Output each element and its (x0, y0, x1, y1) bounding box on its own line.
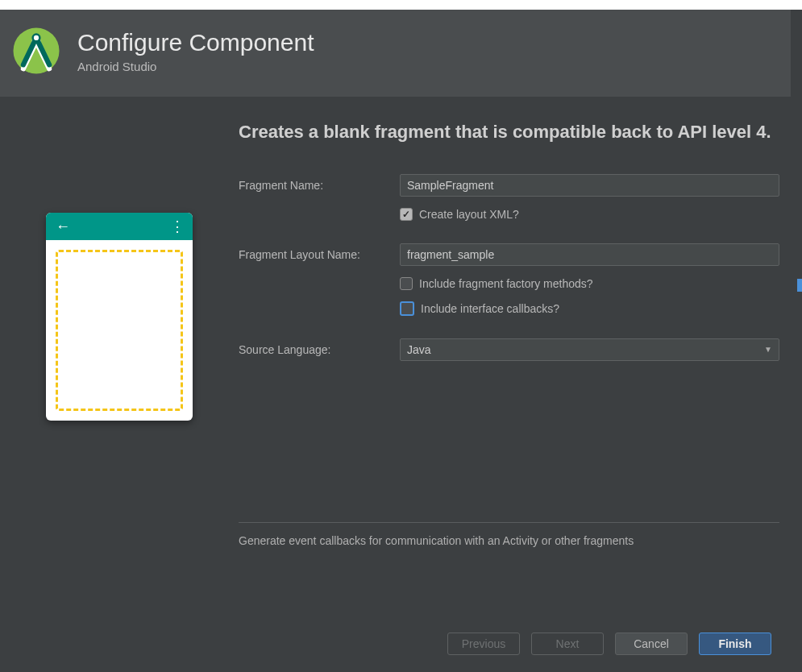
next-button[interactable]: Next (531, 633, 604, 655)
back-arrow-icon: ← (56, 218, 70, 235)
phone-body (46, 240, 193, 421)
form-description: Creates a blank fragment that is compati… (239, 119, 779, 145)
right-edge (791, 10, 802, 672)
svg-point-3 (34, 35, 39, 40)
menu-dots-icon: ⋮ (170, 218, 183, 235)
phone-preview: ← ⋮ (46, 213, 193, 421)
source-language-select[interactable]: Java ▼ (400, 338, 779, 361)
fragment-placeholder-icon (56, 250, 183, 411)
fragment-name-input[interactable] (400, 174, 779, 197)
dialog-footer: Previous Next Cancel Finish (0, 616, 791, 672)
create-layout-label: Create layout XML? (419, 208, 519, 221)
dialog-content: ← ⋮ Creates a blank fragment that is com… (0, 97, 802, 603)
preview-area: ← ⋮ (0, 119, 239, 603)
android-studio-logo-icon (11, 26, 61, 76)
fragment-layout-input[interactable] (400, 243, 779, 266)
previous-button[interactable]: Previous (447, 633, 520, 655)
source-language-value: Java (407, 343, 431, 356)
chevron-down-icon: ▼ (764, 345, 772, 354)
include-callbacks-checkbox[interactable] (400, 301, 414, 316)
top-white-bar (0, 0, 802, 10)
form-hint: Generate event callbacks for communicati… (239, 522, 779, 547)
fragment-layout-label: Fragment Layout Name: (239, 248, 400, 261)
include-factory-label: Include fragment factory methods? (419, 277, 593, 290)
include-factory-checkbox[interactable] (400, 277, 413, 290)
fragment-name-label: Fragment Name: (239, 179, 400, 192)
dialog-header: Configure Component Android Studio (0, 10, 802, 97)
dialog-subtitle: Android Studio (77, 60, 314, 73)
scrollbar-thumb[interactable] (797, 279, 802, 292)
cancel-button[interactable]: Cancel (615, 633, 688, 655)
include-callbacks-label: Include interface callbacks? (421, 302, 559, 315)
phone-topbar: ← ⋮ (46, 213, 193, 240)
create-layout-checkbox[interactable] (400, 208, 413, 221)
finish-button[interactable]: Finish (699, 633, 771, 655)
form-area: Creates a blank fragment that is compati… (239, 119, 802, 603)
source-language-label: Source Language: (239, 343, 400, 356)
dialog-title: Configure Component (77, 29, 314, 56)
